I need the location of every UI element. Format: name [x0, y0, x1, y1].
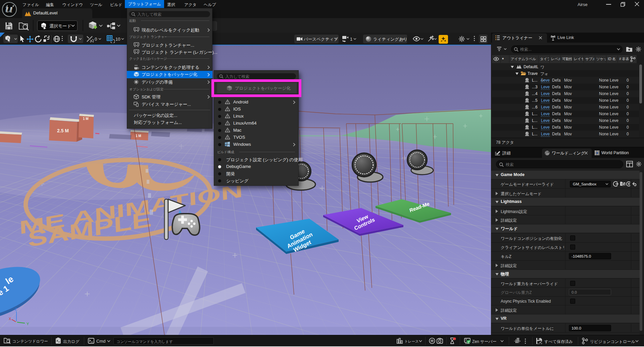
svg-text:2.5 M: 2.5 M [57, 128, 69, 133]
svg-text:u: u [5, 3, 13, 15]
svg-text:1 M: 1 M [136, 134, 141, 138]
svg-text:1 M: 1 M [83, 117, 89, 121]
svg-text:Z: Z [15, 307, 17, 311]
svg-text:X: X [9, 317, 11, 321]
svg-text:Y: Y [27, 322, 29, 326]
